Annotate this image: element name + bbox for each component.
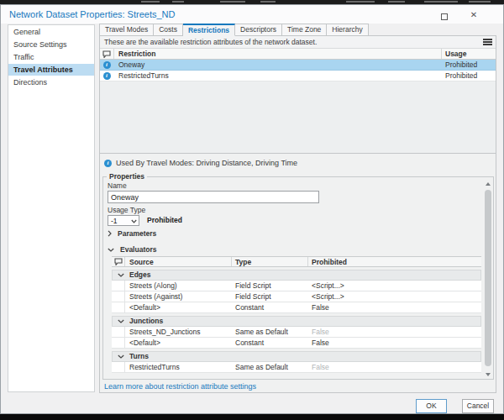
usage-type-label: Usage Type	[108, 206, 145, 214]
properties-legend: Properties	[107, 172, 147, 181]
evaluator-prohibited: False	[308, 302, 481, 312]
sidebar-item-directions[interactable]: Directions	[8, 76, 94, 88]
scroll-up-icon	[486, 182, 491, 186]
evaluators-table-header: Source Type Prohibited	[112, 256, 481, 267]
evaluator-row[interactable]: RestrictedTurns Same as Default False	[112, 362, 481, 373]
hamburger-menu-button[interactable]	[483, 39, 492, 46]
sidebar-item-general[interactable]: General	[8, 26, 94, 38]
evaluator-prohibited: <Script...>	[308, 291, 481, 302]
group-label: Turns	[129, 351, 149, 362]
close-button[interactable]: ✕	[467, 8, 480, 21]
evaluators-table: Source Type Prohibited Edges Streets (Al…	[112, 256, 481, 373]
evaluator-type: Same as Default	[232, 362, 308, 372]
usage-type-value: -1	[111, 217, 118, 225]
evaluator-row[interactable]: <Default> Constant False	[112, 338, 481, 349]
column-header-type: Type	[232, 257, 308, 266]
evaluator-type: Constant	[232, 302, 308, 312]
scrollbar-thumb[interactable]	[485, 190, 491, 366]
background-bottom-strip	[0, 414, 504, 420]
info-icon: i	[103, 61, 111, 69]
evaluator-row[interactable]: <Default> Constant False	[112, 302, 481, 313]
chevron-down-icon	[108, 248, 114, 252]
screen: Network Dataset Properties: Streets_ND ✕…	[0, 0, 504, 420]
usage-type-display: Prohibited	[147, 215, 182, 226]
usage-type-select[interactable]: -1	[108, 215, 139, 226]
info-icon: i	[103, 72, 111, 80]
evaluator-source: <Default>	[125, 302, 232, 312]
sidebar-item-travel-attributes[interactable]: Travel Attributes	[8, 64, 94, 76]
chevron-down-icon	[118, 354, 124, 359]
scroll-down-button[interactable]	[483, 370, 493, 379]
group-row-edges[interactable]: Edges	[112, 270, 481, 281]
comment-bubble-icon	[112, 257, 125, 266]
evaluator-prohibited: False	[308, 338, 481, 348]
group-label: Junctions	[129, 316, 163, 327]
evaluator-type: Constant	[232, 338, 308, 348]
ok-button[interactable]: OK	[416, 399, 447, 413]
info-icon: i	[104, 160, 112, 167]
dialog-title: Network Dataset Properties: Streets_ND	[9, 5, 175, 24]
evaluator-row[interactable]: Streets (Along) Field Script <Script...>	[112, 281, 481, 291]
used-by-text: Used By Travel Modes: Driving Distance, …	[116, 159, 297, 167]
evaluator-source: Streets_ND_Junctions	[125, 327, 232, 337]
column-header-prohibited: Prohibited	[308, 257, 481, 266]
cancel-button[interactable]: Cancel	[462, 399, 494, 413]
column-header-restriction: Restriction	[114, 49, 442, 59]
tab-time-zone[interactable]: Time Zone	[282, 24, 327, 36]
group-row-turns[interactable]: Turns	[112, 351, 481, 362]
titlebar[interactable]: Network Dataset Properties: Streets_ND ✕	[1, 5, 503, 24]
tab-hierarchy[interactable]: Hierarchy	[327, 24, 368, 36]
parameters-label: Parameters	[118, 229, 156, 238]
chevron-down-icon	[131, 219, 137, 223]
sidebar-item-source-settings[interactable]: Source Settings	[8, 39, 94, 50]
restriction-row-restrictedturns[interactable]: i RestrictedTurns Prohibited	[100, 71, 496, 81]
evaluator-source: RestrictedTurns	[125, 362, 232, 372]
properties-scrollbar[interactable]	[483, 179, 493, 379]
tab-travel-modes[interactable]: Travel Modes	[99, 24, 154, 36]
evaluator-row[interactable]: Streets (Against) Field Script <Script..…	[112, 291, 481, 302]
evaluator-source: Streets (Along)	[125, 281, 232, 291]
tab-descriptors[interactable]: Descriptors	[235, 24, 282, 36]
learn-more-link[interactable]: Learn more about restriction attribute s…	[104, 382, 256, 391]
restriction-usage: Prohibited	[442, 71, 496, 81]
group-row-junctions[interactable]: Junctions	[112, 316, 481, 327]
description-text: These are the available restriction attr…	[104, 36, 317, 49]
evaluator-prohibited: False	[308, 362, 481, 372]
restriction-row-oneway[interactable]: i Oneway Prohibited	[100, 60, 496, 71]
restrictions-table-header: Restriction Usage	[100, 49, 496, 60]
properties-groupbox: Properties Name Usage Type -1 Prohibited…	[102, 176, 494, 380]
column-header-usage: Usage	[442, 49, 496, 59]
scroll-down-icon	[486, 373, 491, 376]
evaluators-expander[interactable]: Evaluators	[108, 244, 156, 255]
evaluator-source: Streets (Against)	[125, 291, 232, 302]
network-dataset-properties-dialog: Network Dataset Properties: Streets_ND ✕…	[0, 4, 504, 414]
tab-bar: Travel Modes Costs Restrictions Descript…	[99, 24, 369, 36]
maximize-button[interactable]	[438, 8, 451, 21]
evaluator-row[interactable]: Streets_ND_Junctions Same as Default Fal…	[112, 327, 481, 338]
comment-bubble-icon	[100, 49, 114, 59]
used-by-travel-modes: i Used By Travel Modes: Driving Distance…	[104, 158, 297, 168]
parameters-expander[interactable]: Parameters	[108, 228, 156, 239]
evaluator-type: Field Script	[232, 281, 308, 291]
chevron-right-icon	[108, 230, 112, 237]
evaluator-type: Field Script	[232, 291, 308, 302]
sidebar: General Source Settings Traffic Travel A…	[8, 24, 95, 392]
column-header-source: Source	[125, 257, 232, 266]
sidebar-item-traffic[interactable]: Traffic	[8, 51, 94, 63]
tab-restrictions[interactable]: Restrictions	[183, 24, 235, 36]
tab-costs[interactable]: Costs	[154, 24, 183, 36]
chevron-down-icon	[118, 319, 124, 323]
restriction-name: Oneway	[114, 60, 442, 70]
group-label: Edges	[129, 270, 151, 281]
maximize-icon	[441, 13, 448, 20]
evaluators-label: Evaluators	[120, 245, 156, 254]
name-label: Name	[108, 181, 127, 190]
scroll-up-button[interactable]	[483, 179, 493, 188]
evaluator-prohibited: <Script...>	[308, 281, 481, 291]
restriction-name: RestrictedTurns	[114, 71, 442, 81]
evaluator-prohibited: False	[308, 327, 481, 337]
name-input[interactable]	[108, 191, 319, 203]
restriction-list-panel: These are the available restriction attr…	[100, 36, 496, 154]
restrictions-panel: These are the available restriction attr…	[99, 35, 496, 393]
evaluator-type: Same as Default	[232, 327, 308, 337]
